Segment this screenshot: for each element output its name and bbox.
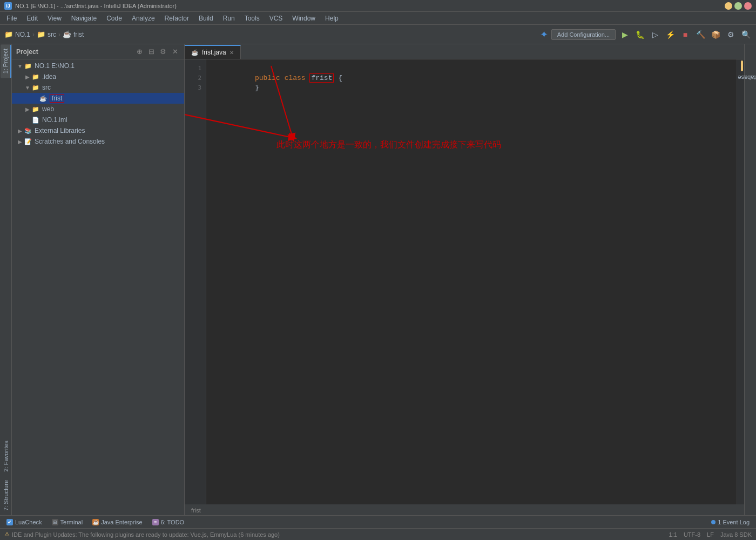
right-sidebar: Database [744,44,756,515]
project-structure-button[interactable]: 📦 [710,29,721,40]
title-bar: IJ NO.1 [E:\NO.1] - ...\src\frist.java -… [0,0,756,12]
toolbar-right: ✦ Add Configuration... ▶ 🐛 ▷ ⚡ ■ 🔨 📦 ⚙ 🔍 [540,29,752,40]
build-button[interactable]: 🔨 [694,29,706,40]
breadcrumb-project[interactable]: NO.1 [15,31,30,38]
editor-footer: frist [185,504,744,515]
stop-button[interactable]: ■ [679,29,691,40]
debug-button[interactable]: 🐛 [634,29,646,40]
title-bar-left: IJ NO.1 [E:\NO.1] - ...\src\frist.java -… [4,2,177,10]
java-version: Java 8 SDK [720,531,752,538]
project-panel-tab[interactable]: 1: Project [1,44,11,78]
status-right: 1:1 UTF-8 LF Java 8 SDK [669,531,752,538]
main-layout: 1: Project 2: Favorites 7: Structure Pro… [0,44,756,515]
cursor-position: 1:1 [669,531,677,538]
code-editor: 1 2 3 public class frist { } [185,59,744,504]
maximize-button[interactable] [734,2,742,10]
run-config-icon: ✦ [540,29,548,40]
menu-window[interactable]: Window [288,14,320,23]
encoding: UTF-8 [684,531,700,538]
close-panel-button[interactable]: ✕ [170,47,180,57]
menu-vcs[interactable]: VCS [265,14,287,23]
favorites-panel-tab[interactable]: 2: Favorites [1,436,11,476]
status-left: ⚠ IDE and Plugin Updates: The following … [4,531,280,538]
code-line-3 [213,83,730,93]
menu-refactor[interactable]: Refactor [160,14,193,23]
menu-view[interactable]: View [43,14,66,23]
line-num-1: 1 [185,64,206,73]
panel-settings-button[interactable]: ⚙ [158,47,168,57]
project-panel: Project ⊕ ⊟ ⚙ ✕ ▼ 📁 NO.1 E:\NO.1 ▶ 📁 .i [12,44,185,515]
menu-run[interactable]: Run [219,14,239,23]
frist-java-tab[interactable]: ☕ frist.java ✕ [185,45,241,59]
breadcrumb-file[interactable]: frist [73,31,84,38]
src-folder-icon: 📁 [37,30,45,38]
class-name-highlighted: frist [309,73,334,83]
structure-panel-tab[interactable]: 7: Structure [1,476,11,515]
tab-close-button[interactable]: ✕ [230,50,234,56]
breadcrumb: 📁 NO.1 › 📁 src › ☕ frist [4,30,84,38]
code-line-1: public class frist { [213,64,730,73]
menu-navigate[interactable]: Navigate [67,14,101,23]
event-log-dot [711,520,716,524]
java-file-icon: ☕ [63,30,71,38]
menu-tools[interactable]: Tools [240,14,264,23]
tree-iml-file[interactable]: 📄 NO.1.iml [12,114,184,125]
menu-code[interactable]: Code [102,14,126,23]
tree-scratches[interactable]: ▶ 📝 Scratches and Consoles [12,136,184,147]
line-numbers: 1 2 3 [185,59,206,504]
menu-analyze[interactable]: Analyze [127,14,159,23]
toolbar: 📁 NO.1 › 📁 src › ☕ frist ✦ Add Configura… [0,25,756,44]
window-controls[interactable] [725,2,752,10]
search-everywhere-button[interactable]: 🔍 [740,29,752,40]
breadcrumb-src[interactable]: src [48,31,56,38]
tree-root[interactable]: ▼ 📁 NO.1 E:\NO.1 [12,60,184,71]
tree-web-folder[interactable]: ▶ 📁 web [12,104,184,114]
tree-src-folder[interactable]: ▼ 📁 src [12,82,184,93]
database-panel-tab[interactable]: Database [733,73,756,83]
todo-tab[interactable]: ≡ 6: TODO [148,518,189,526]
event-log-button[interactable]: 1 Event Log [707,518,754,526]
event-log-label: 1 Event Log [718,519,750,525]
menu-help[interactable]: Help [321,14,343,23]
java-enterprise-icon: ☕ [92,519,99,525]
run-button[interactable]: ▶ [619,29,631,40]
warning-icon: ⚠ [4,531,10,538]
left-sidebar-tabs: 1: Project 2: Favorites 7: Structure [0,44,12,515]
menu-build[interactable]: Build [194,14,218,23]
window-title: NO.1 [E:\NO.1] - ...\src\frist.java - In… [15,3,177,9]
add-panel-button[interactable]: ⊕ [134,47,144,57]
add-configuration-button[interactable]: Add Configuration... [551,29,616,40]
editor-scrollbar[interactable] [737,59,744,504]
code-content[interactable]: public class frist { } [206,59,737,504]
tree-external-libraries[interactable]: ▶ 📚 External Libraries [12,125,184,136]
menu-file[interactable]: File [2,14,21,23]
editor-area: ☕ frist.java ✕ 1 2 3 public class frist … [185,44,744,515]
line-num-2: 2 [185,73,206,83]
menu-edit[interactable]: Edit [22,14,42,23]
settings-button[interactable]: ⚙ [725,29,737,40]
luacheck-tab[interactable]: ✔ LuaCheck [2,518,46,526]
scroll-from-source-button[interactable]: ⊟ [146,47,156,57]
annotation-text: 此时这两个地方是一致的，我们文件创建完成接下来写代码 [276,140,501,150]
tree-frist-file[interactable]: ☕ frist [12,93,184,104]
status-message: IDE and Plugin Updates: The following pl… [12,531,280,538]
project-tree: ▼ 📁 NO.1 E:\NO.1 ▶ 📁 .idea ▼ 📁 src [12,59,184,515]
panel-title: Project [16,48,38,56]
run-with-coverage-button[interactable]: ▷ [649,29,661,40]
minimize-button[interactable] [725,2,732,10]
scroll-indicator [741,60,743,71]
bottom-bar: ✔ LuaCheck ⊞ Terminal ☕ Java Enterprise … [0,515,756,528]
luacheck-icon: ✔ [6,519,13,525]
project-folder-icon: 📁 [4,30,13,38]
terminal-tab[interactable]: ⊞ Terminal [48,518,87,526]
close-button[interactable] [744,2,752,10]
editor-tabs: ☕ frist.java ✕ [185,44,744,59]
panel-actions: ⊕ ⊟ ⚙ ✕ [134,47,180,57]
profile-button[interactable]: ⚡ [664,29,676,40]
app-icon: IJ [4,2,12,10]
editor-footer-filename: frist [191,507,201,514]
java-enterprise-tab[interactable]: ☕ Java Enterprise [88,518,146,526]
tree-idea-folder[interactable]: ▶ 📁 .idea [12,71,184,82]
todo-icon: ≡ [152,519,159,525]
terminal-icon: ⊞ [52,519,58,525]
